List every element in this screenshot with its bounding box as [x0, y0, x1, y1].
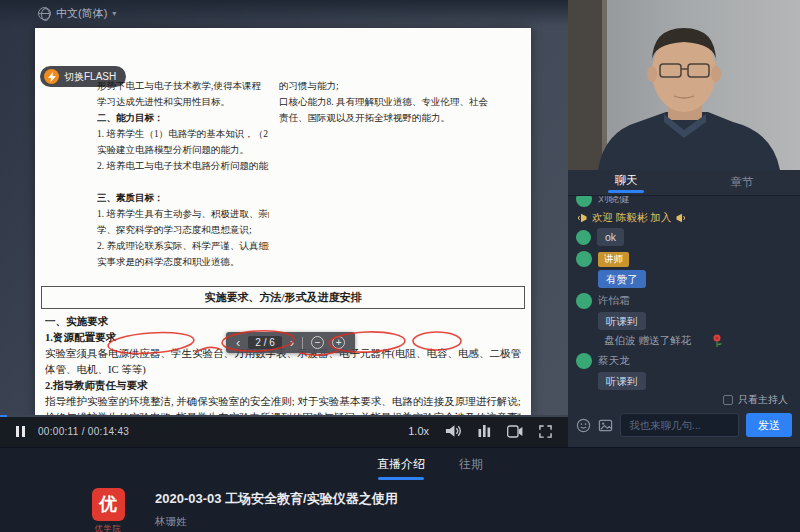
avatar: [576, 251, 592, 267]
only-host-row: 只看主持人: [568, 392, 800, 408]
only-host-label: 只看主持人: [738, 393, 788, 407]
slide-text-line: 1. 培养学生（1）电路学的基本知识，（2）: [97, 126, 269, 142]
chat-message: 听课到: [598, 372, 792, 390]
gift-text: 盘伯波 赠送了鲜花: [604, 334, 691, 348]
slide-text-line: 三、素质目标：: [97, 190, 269, 206]
player-controls: 00:00:11 / 00:14:43 1.0x: [0, 415, 568, 447]
chat-bubble: 有赞了: [598, 270, 646, 288]
pdf-toolbar[interactable]: ‹ 2 / 6 › − +: [226, 332, 355, 353]
slide-left-column: 形势下电工与电子技术教学,使得本课程学习达成先进性和实用性目标。二、能力目标：1…: [97, 78, 269, 270]
webcam-video: [568, 0, 800, 170]
logo-caption: 优学院: [85, 523, 131, 532]
chat-gift-message: 盘伯波 赠送了鲜花: [604, 334, 792, 348]
chevron-down-icon: ▾: [112, 9, 116, 18]
avatar: [576, 353, 592, 369]
prev-page-icon[interactable]: ‹: [236, 338, 240, 348]
announcement-text: 欢迎 陈毅彬 加入: [592, 211, 671, 225]
progress-bar[interactable]: [0, 415, 568, 417]
tab-past-sessions-label: 往期: [459, 456, 483, 473]
live-class-page: 中文(简体) ▾ 形势下电工与电子技术教学,使得本课程学习达成先进性和实用性目标…: [0, 0, 800, 532]
pause-button[interactable]: [14, 426, 26, 437]
avatar: [576, 293, 592, 309]
slide-text-line: 实事求是的科学态度和职业道德。: [97, 254, 269, 270]
lecture-info: 优 优学院 2020-03-03 工场安全教育/实验仪器之使用 林珊姓: [0, 488, 800, 532]
avatar: [576, 196, 592, 207]
tab-chapters[interactable]: 章节: [684, 170, 800, 195]
tab-chat-label: 聊天: [615, 173, 638, 188]
zoom-in-icon[interactable]: +: [332, 336, 345, 349]
avatar: [576, 230, 591, 245]
slide-text-line: 一、实施要求: [45, 314, 521, 330]
chat-bubble: ok: [597, 228, 624, 246]
switch-flash-label: 切换FLASH: [64, 70, 116, 84]
tab-live-intro[interactable]: 直播介绍: [377, 456, 425, 480]
fullscreen-icon[interactable]: [539, 425, 552, 438]
chat-message-list[interactable]: 刘晓健欢迎 陈毅彬 加入ok讲师有赞了许怡霜听课到盘伯波 赠送了鲜花蔡天龙听课到: [568, 196, 800, 390]
time-display: 00:00:11 / 00:14:43: [38, 426, 129, 437]
playback-speed-button[interactable]: 1.0x: [408, 425, 429, 437]
language-label: 中文(简体): [56, 6, 107, 21]
next-page-icon[interactable]: ›: [290, 338, 294, 348]
smiley-icon[interactable]: [576, 418, 591, 433]
slide-right-column: 的习惯与能力;口核心能力8. 具有理解职业道德、专业伦理、社会责任、国际观以及开…: [279, 78, 515, 270]
slide-text-line: 指导维护实验室的环境整洁, 并确保实验室的安全准则; 对于实验基本要求、电路的连…: [45, 394, 521, 410]
webcam-person-illustration: [568, 0, 800, 170]
tab-past-sessions[interactable]: 往期: [459, 456, 483, 480]
chat-message: 听课到: [598, 312, 792, 330]
slide-section-header: 实施要求、方法/形式及进度安排: [41, 286, 525, 309]
camera-icon[interactable]: [507, 425, 523, 438]
slide-text-line: 学、探究科学的学习态度和思想意识;: [97, 222, 269, 238]
progress-played: [0, 415, 7, 417]
video-player[interactable]: 中文(简体) ▾ 形势下电工与电子技术教学,使得本课程学习达成先进性和实用性目标…: [0, 0, 568, 447]
flash-icon: [44, 69, 59, 84]
switch-flash-button[interactable]: 切换FLASH: [40, 66, 126, 87]
horn-icon: [576, 213, 587, 223]
chat-username: 刘晓健: [598, 196, 630, 206]
chat-tab-bar: 聊天 章节: [568, 170, 800, 196]
zoom-out-icon[interactable]: −: [311, 336, 324, 349]
tab-live-intro-label: 直播介绍: [377, 456, 425, 473]
chat-input[interactable]: [620, 413, 739, 437]
rose-icon: [711, 334, 723, 348]
chat-announcement: 欢迎 陈毅彬 加入: [576, 211, 792, 225]
tab-chapters-label: 章节: [731, 175, 754, 190]
logo-icon: 优: [92, 488, 125, 521]
globe-icon: [38, 7, 51, 20]
chat-input-row: 发送: [576, 413, 792, 437]
horn-icon: [676, 213, 687, 223]
slide-text-line: 责任、国际观以及开拓全球视野的能力。: [279, 110, 515, 126]
slide-text-line: 二、能力目标：: [97, 110, 269, 126]
chat-username: 许怡霜: [598, 294, 630, 308]
toolbar-divider: [302, 337, 303, 349]
slide-text-line: [97, 174, 269, 190]
chat-message: 有赞了: [598, 270, 792, 288]
page-indicator: 2 / 6: [248, 336, 281, 349]
equalizer-icon[interactable]: [478, 425, 491, 437]
slide-body-text: 一、实施要求1.资源配置要求实验室须具备电源供应器、学生实验台、万用数字表、示波…: [35, 309, 531, 416]
lecture-title: 2020-03-03 工场安全教育/实验仪器之使用: [155, 490, 398, 508]
slide-text-line: 口核心能力8. 具有理解职业道德、专业伦理、社会: [279, 94, 515, 110]
chat-user-row: 许怡霜: [576, 293, 792, 309]
slide-text-line: 2.指导教师责任与要求: [45, 378, 521, 394]
image-icon[interactable]: [598, 418, 613, 433]
slide-text-line: 1. 培养学生具有主动参与、积极进取、崇尚科: [97, 206, 269, 222]
chat-bubble: 听课到: [598, 312, 646, 330]
chat-user-row: 蔡天龙: [576, 353, 792, 369]
slide-text-line: 实验建立电路模型分析问题的能力。: [97, 142, 269, 158]
chat-user-row: 讲师: [576, 251, 792, 267]
bottom-tab-bar: 直播介绍 往期: [30, 456, 800, 480]
language-selector[interactable]: 中文(简体) ▾: [38, 6, 116, 21]
teacher-badge: 讲师: [598, 252, 629, 267]
uxueyuan-logo: 优 优学院: [85, 488, 131, 532]
side-panel: 聊天 章节 刘晓健欢迎 陈毅彬 加入ok讲师有赞了许怡霜听课到盘伯波 赠送了鲜花…: [568, 0, 800, 447]
only-host-checkbox[interactable]: [723, 395, 733, 405]
slide-text-line: 学习达成先进性和实用性目标。: [97, 94, 269, 110]
volume-icon[interactable]: [445, 424, 462, 438]
chat-user-row: 刘晓健: [576, 196, 792, 207]
slide-text-line: 2. 养成理论联系实际、科学严谨、认真细致、: [97, 238, 269, 254]
tab-chat[interactable]: 聊天: [568, 170, 684, 195]
chat-username: 蔡天龙: [598, 354, 630, 368]
bottom-section: 直播介绍 往期 优 优学院 2020-03-03 工场安全教育/实验仪器之使用 …: [0, 447, 800, 532]
send-button[interactable]: 发送: [746, 413, 792, 437]
chat-bubble: 听课到: [598, 372, 646, 390]
